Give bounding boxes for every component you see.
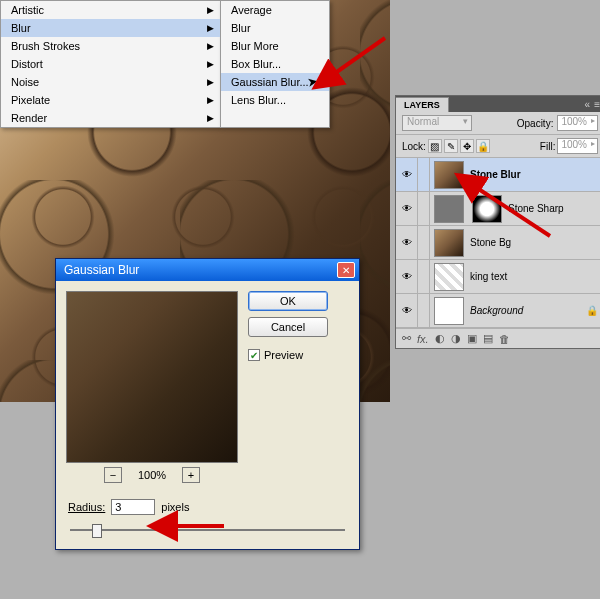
lock-label: Lock: xyxy=(402,141,426,152)
dialog-titlebar[interactable]: Gaussian Blur ✕ xyxy=(56,259,359,281)
zoom-out-button[interactable]: − xyxy=(104,467,122,483)
preview-thumbnail[interactable] xyxy=(66,291,238,463)
filter-menu: Artistic▶Blur▶Brush Strokes▶Distort▶Nois… xyxy=(0,0,330,128)
submenu-item-blur[interactable]: Blur xyxy=(221,19,329,37)
layer-row[interactable]: 👁Stone Sharp xyxy=(396,192,600,226)
layers-list: 👁Stone Blur👁Stone Sharp👁Stone Bg👁king te… xyxy=(396,158,600,328)
lock-pixels-icon[interactable]: ✎ xyxy=(444,139,458,153)
tab-layers[interactable]: LAYERS xyxy=(396,97,449,112)
panel-tabs: LAYERS « ≡ xyxy=(396,96,600,112)
layer-thumb[interactable] xyxy=(434,195,464,223)
visibility-icon[interactable]: 👁 xyxy=(396,158,418,191)
checkbox-icon: ✔ xyxy=(248,349,260,361)
layer-thumb[interactable] xyxy=(434,263,464,291)
menu-item-brush-strokes[interactable]: Brush Strokes▶ xyxy=(1,37,220,55)
submenu-item-blur-more[interactable]: Blur More xyxy=(221,37,329,55)
menu-item-render[interactable]: Render▶ xyxy=(1,109,220,127)
layer-thumb[interactable] xyxy=(434,161,464,189)
menu-item-pixelate[interactable]: Pixelate▶ xyxy=(1,91,220,109)
opacity-field[interactable]: 100% xyxy=(557,115,598,131)
panel-footer: ⚯ fx. ◐ ◑ ▣ ▤ 🗑 xyxy=(396,328,600,348)
cancel-button[interactable]: Cancel xyxy=(248,317,328,337)
opacity-label: Opacity: xyxy=(517,118,554,129)
preview-checkbox[interactable]: ✔ Preview xyxy=(248,349,328,361)
radius-input[interactable] xyxy=(111,499,155,515)
zoom-in-button[interactable]: + xyxy=(182,467,200,483)
panel-menu-icon[interactable]: ≡ xyxy=(594,99,600,110)
link-layers-icon[interactable]: ⚯ xyxy=(402,332,411,345)
visibility-icon[interactable]: 👁 xyxy=(396,226,418,259)
blend-mode-select[interactable]: Normal xyxy=(402,115,472,131)
fill-label: Fill: xyxy=(540,141,556,152)
layer-name[interactable]: Stone Blur xyxy=(468,169,521,180)
ok-button[interactable]: OK xyxy=(248,291,328,311)
radius-slider[interactable] xyxy=(70,521,345,541)
layer-row[interactable]: 👁king text xyxy=(396,260,600,294)
submenu-item-box-blur-[interactable]: Box Blur... xyxy=(221,55,329,73)
group-icon[interactable]: ▣ xyxy=(467,332,477,345)
visibility-icon[interactable]: 👁 xyxy=(396,260,418,293)
visibility-icon[interactable]: 👁 xyxy=(396,294,418,327)
slider-knob[interactable] xyxy=(92,524,102,538)
mask-icon[interactable]: ◐ xyxy=(435,332,445,345)
menu-item-distort[interactable]: Distort▶ xyxy=(1,55,220,73)
visibility-icon[interactable]: 👁 xyxy=(396,192,418,225)
radius-label: Radius: xyxy=(68,501,105,513)
lock-all-icon[interactable]: 🔒 xyxy=(476,139,490,153)
filter-submenu-blur: AverageBlurBlur MoreBox Blur...Gaussian … xyxy=(220,0,330,128)
radius-unit: pixels xyxy=(161,501,189,513)
dialog-title: Gaussian Blur xyxy=(64,263,139,277)
fill-field[interactable]: 100% xyxy=(557,138,598,154)
lock-icon: 🔒 xyxy=(586,305,598,316)
menu-item-blur[interactable]: Blur▶ xyxy=(1,19,220,37)
menu-item-artistic[interactable]: Artistic▶ xyxy=(1,1,220,19)
lock-transparency-icon[interactable]: ▨ xyxy=(428,139,442,153)
lock-position-icon[interactable]: ✥ xyxy=(460,139,474,153)
filter-menu-col1: Artistic▶Blur▶Brush Strokes▶Distort▶Nois… xyxy=(0,0,220,128)
new-layer-icon[interactable]: ▤ xyxy=(483,332,493,345)
menu-item-noise[interactable]: Noise▶ xyxy=(1,73,220,91)
layer-thumb[interactable] xyxy=(434,297,464,325)
layer-thumb[interactable] xyxy=(472,195,502,223)
adjustment-icon[interactable]: ◑ xyxy=(451,332,461,345)
layer-thumb[interactable] xyxy=(434,229,464,257)
gaussian-blur-dialog: Gaussian Blur ✕ − 100% + OK Cancel ✔ Pre… xyxy=(55,258,360,550)
flyout-arrows-icon[interactable]: « xyxy=(585,99,591,110)
layer-name[interactable]: Background xyxy=(468,305,523,316)
submenu-item-lens-blur-[interactable]: Lens Blur... xyxy=(221,91,329,109)
layer-row[interactable]: 👁Stone Blur xyxy=(396,158,600,192)
close-icon[interactable]: ✕ xyxy=(337,262,355,278)
layer-name[interactable]: Stone Bg xyxy=(468,237,511,248)
zoom-level: 100% xyxy=(138,469,166,481)
submenu-item-average[interactable]: Average xyxy=(221,1,329,19)
layer-name[interactable]: king text xyxy=(468,271,507,282)
layer-name[interactable]: Stone Sharp xyxy=(506,203,564,214)
preview-label: Preview xyxy=(264,349,303,361)
slider-track xyxy=(70,529,345,531)
layer-row[interactable]: 👁Background🔒 xyxy=(396,294,600,328)
trash-icon[interactable]: 🗑 xyxy=(499,333,510,345)
fx-icon[interactable]: fx. xyxy=(417,333,429,345)
layers-panel: LAYERS « ≡ Normal Opacity: 100% Lock: ▨ … xyxy=(395,95,600,349)
layer-row[interactable]: 👁Stone Bg xyxy=(396,226,600,260)
cursor-icon: ➤ xyxy=(306,73,319,90)
